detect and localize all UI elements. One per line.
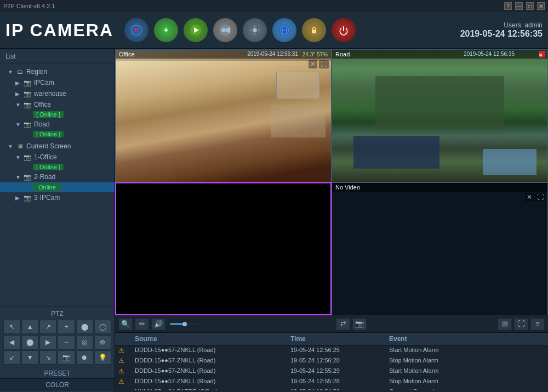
event-rows: ⚠ DDDD-15●●57-ZNKLL (Road) 19-05-24 12:5…	[115, 345, 548, 390]
maximize-button[interactable]: □	[526, 2, 534, 10]
empty-feed	[116, 183, 330, 314]
video-cell-empty[interactable]	[115, 182, 332, 315]
expand-icon: ▶	[15, 195, 23, 201]
layout-full-button[interactable]: ⛶	[514, 318, 528, 330]
ptz-left[interactable]: ◀	[3, 335, 20, 349]
vehicle-element	[483, 149, 536, 175]
expand-icon: ▼	[8, 143, 15, 149]
main-area: List ▼ 🗂 Region ▶ 📷 IPCam ▶ 📷 warehouse …	[0, 49, 548, 392]
help-button[interactable]: ?	[504, 2, 512, 10]
ptz-up[interactable]: ▲	[21, 320, 38, 334]
expand-icon: ▶	[15, 91, 23, 97]
layout-4-button[interactable]: ⊞	[498, 318, 512, 330]
ptz-light[interactable]: 💡	[94, 350, 111, 365]
tree-label: 1-Office	[34, 153, 57, 161]
svg-point-8	[221, 28, 226, 32]
event-description: Stop Motion Alarm	[389, 378, 545, 385]
svg-point-2	[135, 28, 138, 32]
minimize-button[interactable]: —	[515, 2, 523, 10]
tree-item-ipcam[interactable]: ▶ 📷 IPCam	[0, 77, 115, 88]
power-button[interactable]	[332, 18, 356, 42]
ptz-right-down[interactable]: ↘	[39, 350, 56, 365]
ptz-down[interactable]: ▼	[21, 350, 38, 365]
ptz-panel: PTZ ↖ ▲ ↗ + ⬤ ◯ ◀ ⬤ ▶ − ◎ ⊗ ↙ ▼ ↘ 📷	[0, 306, 115, 392]
zoom-button[interactable]: 🔍	[118, 318, 133, 330]
ptz-center[interactable]: ⬤	[21, 335, 38, 349]
ptz-rec[interactable]: ⏺	[76, 350, 93, 365]
tree-item-warehouse[interactable]: ▶ 📷 warehouse	[0, 88, 115, 99]
ptz-snap[interactable]: 📷	[58, 350, 75, 365]
ptz-focus-far[interactable]: ◎	[76, 335, 93, 349]
app-title: P2P Client-v6.4.2.1	[3, 3, 55, 9]
tree-item-region[interactable]: ▼ 🗂 Region	[0, 66, 115, 77]
tree-item-2-road-online[interactable]: Online	[0, 182, 115, 192]
event-icon: ⚠	[118, 347, 135, 354]
color-label: COLOR	[0, 378, 115, 391]
titlebar: P2P Client-v6.4.2.1 ? — □ ✕	[0, 0, 548, 12]
fullscreen-btn[interactable]: ⛶	[319, 60, 329, 68]
tree-item-1-office[interactable]: ▼ 📷 1-Office	[0, 152, 115, 163]
event-time: 19-05-24 12:55:28	[290, 378, 389, 385]
add-button[interactable]: +	[154, 18, 178, 42]
volume-slider[interactable]	[170, 323, 203, 325]
play-button[interactable]	[184, 18, 208, 42]
ptz-focus-near[interactable]: ⬤	[76, 320, 93, 334]
event-icon: ⚠	[118, 357, 135, 365]
lock-button[interactable]	[302, 18, 326, 42]
video-cell-office[interactable]: Office 24.3° 57% 2019-05-24 12:56:31 ✕ ⛶	[115, 49, 332, 182]
tree-item-2-road[interactable]: ▼ 📷 2-Road	[0, 171, 115, 182]
ptz-left-up[interactable]: ↖	[3, 320, 20, 334]
ptz-right[interactable]: ▶	[39, 335, 56, 349]
shelf-element-2	[271, 105, 326, 137]
settings-button[interactable]	[243, 18, 267, 42]
camera-icon: 📷	[23, 78, 32, 87]
video-cell-road[interactable]: Road 2019-05-24 12:56:35 ●	[332, 49, 548, 182]
network-button[interactable]	[272, 18, 296, 42]
more-button[interactable]: ≡	[530, 318, 545, 330]
col-source: Source	[135, 335, 290, 343]
volume-fill	[170, 323, 183, 325]
camera-icon: 📷	[23, 172, 32, 181]
close-button[interactable]: ✕	[537, 2, 545, 10]
volume-button[interactable]: 🔊	[151, 318, 165, 330]
event-source: DDDD-15●●57-ZNKLL (Road)	[135, 347, 290, 354]
ptz-zoom-out[interactable]: −	[58, 335, 75, 349]
novideo-close-btn[interactable]: ✕	[525, 193, 534, 201]
tree-item-current-screen[interactable]: ▼ 🖥 Current Screen	[0, 141, 115, 152]
event-icon: ⚠	[118, 367, 135, 375]
tree-item-road[interactable]: ▼ 📷 Road	[0, 119, 115, 130]
snapshot-button[interactable]: 📷	[352, 318, 367, 330]
video-cell-novideo[interactable]: No Video ✕ ⛶	[332, 182, 548, 315]
event-row: ⚠ DDDD-15●●57-ZNKLL (Road) 19-05-24 12:5…	[115, 356, 548, 366]
ptz-label: PTZ	[0, 309, 115, 320]
tree-item-3-ipcam[interactable]: ▶ 📷 3-IPCam	[0, 192, 115, 203]
expand-icon: ▼	[15, 154, 23, 160]
road-element	[353, 136, 439, 169]
novideo-full-btn[interactable]: ⛶	[535, 193, 545, 201]
status-badge: [ Online ]	[33, 111, 64, 118]
camera-icon: 📷	[23, 120, 32, 129]
monitor-icon: 🖥	[15, 142, 24, 151]
live-button[interactable]	[124, 18, 149, 42]
camera-icon: 📷	[23, 100, 32, 109]
draw-button[interactable]: ✏	[135, 318, 149, 330]
video-title-novideo: No Video	[332, 183, 547, 192]
record-button[interactable]	[213, 18, 237, 42]
tree-item-1-office-status: [ Online ]	[0, 163, 115, 171]
tree-label: IPCam	[34, 79, 54, 87]
video-title-office: Office 24.3° 57%	[116, 50, 331, 59]
swap-button[interactable]: ⇄	[336, 318, 350, 330]
expand-icon: ▼	[15, 122, 23, 128]
svg-point-10	[253, 28, 257, 32]
shelf-element	[276, 72, 320, 99]
ptz-iris-open[interactable]: ◯	[94, 320, 111, 334]
ptz-iris-close[interactable]: ⊗	[94, 335, 111, 349]
tree-item-office[interactable]: ▼ 📷 Office	[0, 99, 115, 110]
tree-mass	[375, 76, 505, 129]
ptz-left-down[interactable]: ↙	[3, 350, 20, 365]
ptz-zoom-in[interactable]: +	[58, 320, 75, 334]
ptz-right-up[interactable]: ↗	[39, 320, 56, 334]
event-source: DDDD-15●●57-ZNKLL (Road)	[135, 357, 290, 365]
close-stream-btn[interactable]: ✕	[309, 60, 317, 68]
video-toolbar: 🔍 ✏ 🔊 ⇄ 📷 ⊞ ⛶ ≡	[115, 315, 548, 332]
